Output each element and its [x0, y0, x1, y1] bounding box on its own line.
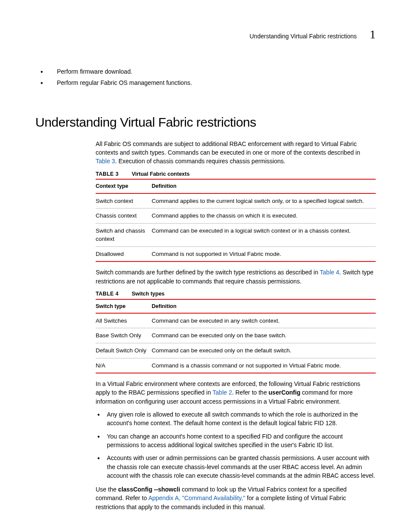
list-item: Perform firmware download.	[35, 67, 376, 76]
cell: Command applies to the current logical s…	[152, 193, 376, 208]
table-title: Virtual Fabric contexts	[132, 171, 190, 177]
table4-caption: TABLE 4 Switch types	[96, 290, 376, 298]
table-row: Default Switch OnlyCommand can be execut…	[96, 343, 376, 358]
list-item: You can change an account's home context…	[96, 432, 376, 450]
cell: Switch context	[96, 193, 152, 208]
cell: Command can be executed only on the base…	[152, 328, 376, 343]
cell: Command can be executed in any switch co…	[152, 313, 376, 328]
table-row: Switch and chassis contextCommand can be…	[96, 223, 376, 246]
table-row: DisallowedCommand is not supported in Vi…	[96, 246, 376, 261]
cmd-userconfig: userConfig	[268, 389, 300, 396]
cell: N/A	[96, 358, 152, 373]
intro-paragraph: All Fabric OS commands are subject to ad…	[96, 140, 376, 166]
table-number: TABLE 4	[96, 290, 130, 298]
cell: Command can be executed in a logical swi…	[152, 223, 376, 246]
table-row: Chassis contextCommand applies to the ch…	[96, 208, 376, 224]
text: Use the	[96, 486, 118, 493]
list-item: Perform regular Fabric OS management fun…	[35, 78, 376, 87]
list-item: Accounts with user or admin permissions …	[96, 454, 376, 480]
page-header: Understanding Virtual Fabric restriction…	[35, 26, 376, 44]
chapter-number: 1	[370, 26, 376, 44]
text: . Execution of chassis commands requires…	[115, 158, 285, 165]
closing-paragraph: Use the classConfig --showcli command to…	[96, 485, 376, 511]
cell: Command is a chassis command or not supp…	[152, 358, 376, 373]
column-header: Context type	[96, 179, 152, 193]
cell: Disallowed	[96, 246, 152, 261]
table-row: Base Switch OnlyCommand can be executed …	[96, 328, 376, 343]
link-table4[interactable]: Table 4	[320, 269, 339, 276]
link-table2[interactable]: Table 2	[212, 389, 232, 396]
table-number: TABLE 3	[96, 170, 130, 178]
cell: Command applies to the chassis on which …	[152, 208, 376, 224]
table-row: N/ACommand is a chassis command or not s…	[96, 358, 376, 373]
cell: Switch and chassis context	[96, 223, 152, 246]
column-header: Definition	[152, 179, 376, 193]
text: . Refer to the	[232, 389, 268, 396]
section-heading: Understanding Virtual Fabric restriction…	[35, 113, 376, 132]
cell: Command is not supported in Virtual Fabr…	[152, 246, 376, 261]
table-row: Switch contextCommand applies to the cur…	[96, 193, 376, 208]
column-header: Switch type	[96, 299, 152, 313]
link-table3[interactable]: Table 3	[96, 158, 115, 165]
cell: Default Switch Only	[96, 343, 152, 358]
after-tables-paragraph: In a Virtual Fabric environment where co…	[96, 380, 376, 406]
table4: Switch type Definition All SwitchesComma…	[96, 299, 376, 373]
cell: All Switches	[96, 313, 152, 328]
text: All Fabric OS commands are subject to ad…	[96, 140, 360, 156]
top-bullet-list: Perform firmware download. Perform regul…	[35, 67, 376, 87]
cell: Base Switch Only	[96, 328, 152, 343]
text: Switch commands are further defined by t…	[96, 269, 320, 276]
restrictions-list: Any given role is allowed to execute all…	[96, 410, 376, 480]
table3-caption: TABLE 3 Virtual Fabric contexts	[96, 170, 376, 178]
table-title: Switch types	[132, 291, 165, 297]
column-header: Definition	[152, 299, 376, 313]
cell: Command can be executed only on the defa…	[152, 343, 376, 358]
cmd-classconfig: classConfig --showcli	[118, 486, 180, 493]
table3: Context type Definition Switch contextCo…	[96, 179, 376, 262]
list-item: Any given role is allowed to execute all…	[96, 410, 376, 428]
link-appendix-a[interactable]: Appendix A, "Command Availability,"	[148, 495, 245, 501]
cell: Chassis context	[96, 208, 152, 224]
running-head: Understanding Virtual Fabric restriction…	[249, 32, 357, 40]
mid-paragraph: Switch commands are further defined by t…	[96, 268, 376, 286]
table-row: All SwitchesCommand can be executed in a…	[96, 313, 376, 328]
